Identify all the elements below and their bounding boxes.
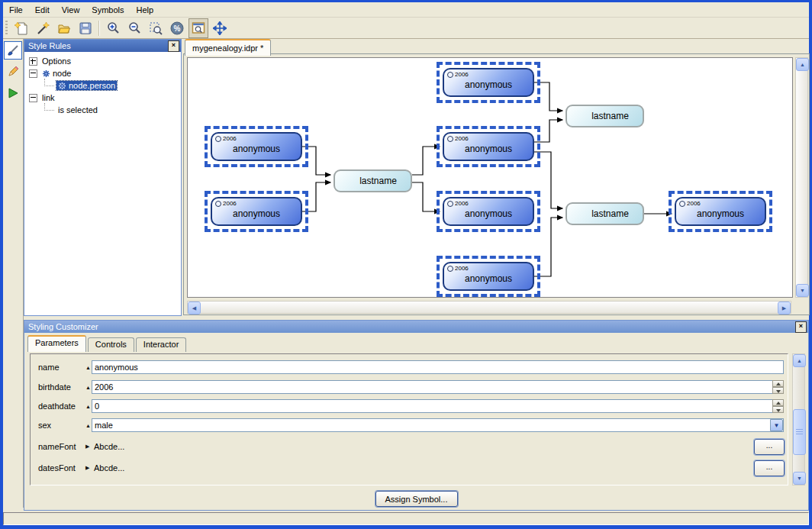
person-node[interactable]: 2006anonymous <box>211 132 302 161</box>
collapse-icon[interactable] <box>29 69 37 78</box>
zoom-in-icon[interactable] <box>103 18 123 38</box>
person-node-wrap: 2006anonymous <box>443 197 534 226</box>
name-field[interactable] <box>92 360 784 374</box>
chevron-down-icon[interactable]: ▼ <box>770 419 783 431</box>
person-status-icon <box>447 201 453 207</box>
namefont-marker-icon[interactable]: ▶ <box>85 444 89 450</box>
menu-view[interactable]: View <box>56 4 86 16</box>
spinner-up-icon[interactable] <box>772 380 784 387</box>
style-wand-icon[interactable] <box>33 18 53 38</box>
tab-controls[interactable]: Controls <box>88 337 134 352</box>
person-birthdate-badge: 2006 <box>687 200 701 207</box>
birthdate-marker-icon[interactable]: ▲ <box>85 385 91 390</box>
datesfont-marker-icon[interactable]: ▶ <box>85 465 89 471</box>
tab-parameters[interactable]: Parameters <box>27 335 86 352</box>
close-icon[interactable]: × <box>168 40 179 52</box>
person-node-wrap: 2006anonymous <box>211 132 302 161</box>
edit-pencil-icon[interactable] <box>4 63 22 81</box>
canvas-vertical-scrollbar[interactable]: ▲ ▼ <box>795 57 808 298</box>
tree-item-link[interactable]: link <box>24 92 181 104</box>
menu-help[interactable]: Help <box>130 4 160 16</box>
scroll-down-icon[interactable]: ▼ <box>793 472 806 485</box>
fit-view-icon[interactable] <box>188 18 208 38</box>
person-node[interactable]: 2006anonymous <box>443 262 534 291</box>
person-node-wrap: 2006anonymous <box>675 197 766 226</box>
person-birthdate-badge: 2006 <box>455 265 469 272</box>
datesfont-browse-button[interactable]: ... <box>754 460 785 476</box>
tree-item-node-person[interactable]: node.person <box>24 79 181 92</box>
assign-symbol-button[interactable]: Assign Symbol... <box>375 491 458 507</box>
zoom-percent-icon[interactable]: % <box>167 18 187 38</box>
tree-item-label: Options <box>42 56 71 66</box>
zoom-out-icon[interactable] <box>124 18 144 38</box>
pan-icon[interactable] <box>210 18 230 38</box>
deathdate-marker-icon[interactable]: ▲ <box>85 404 91 409</box>
deathdate-field[interactable] <box>92 399 784 413</box>
family-node[interactable]: lastname <box>334 169 412 192</box>
open-icon[interactable] <box>54 18 74 38</box>
person-node-wrap: 2006anonymous <box>211 197 302 226</box>
canvas-horizontal-scrollbar[interactable]: ◀ ▶ <box>187 301 791 314</box>
birthdate-field[interactable] <box>92 380 784 394</box>
new-document-icon[interactable] <box>11 18 31 38</box>
family-node-label: lastname <box>349 176 397 186</box>
expand-icon[interactable] <box>29 57 37 66</box>
person-node[interactable]: 2006anonymous <box>443 197 534 226</box>
diagram-canvas-panel: lastnamelastnamelastname2006anonymous200… <box>183 53 810 315</box>
style-rules-tree: Optionsnodenode.personlinkis selected <box>24 53 181 315</box>
scrollbar-thumb[interactable] <box>793 409 806 455</box>
styling-customizer-panel: Styling Customizer × Parameters Controls… <box>24 320 809 511</box>
menu-edit[interactable]: Edit <box>29 4 56 16</box>
sex-marker-icon[interactable]: ▲ <box>85 423 91 428</box>
toolbar-grip[interactable] <box>5 21 8 36</box>
person-node-wrap: 2006anonymous <box>443 132 534 161</box>
person-node[interactable]: 2006anonymous <box>443 68 534 97</box>
namefont-preview: Abcde... <box>94 442 124 451</box>
menu-file[interactable]: File <box>3 4 29 16</box>
save-icon[interactable] <box>76 18 95 38</box>
scroll-left-icon[interactable]: ◀ <box>188 302 201 314</box>
style-brush-icon[interactable] <box>4 41 22 60</box>
tree-item-node[interactable]: node <box>24 67 181 79</box>
diagram-canvas[interactable]: lastnamelastnamelastname2006anonymous200… <box>187 57 793 298</box>
collapse-icon[interactable] <box>29 94 37 102</box>
person-node[interactable]: 2006anonymous <box>211 197 302 226</box>
tree-item-is-selected[interactable]: is selected <box>24 104 181 116</box>
person-node-label: anonymous <box>465 139 512 154</box>
person-node-label: anonymous <box>233 204 280 219</box>
spinner-down-icon[interactable] <box>772 406 784 413</box>
tab-interactor[interactable]: Interactor <box>136 337 186 352</box>
person-birthdate-badge: 2006 <box>223 200 237 207</box>
birthdate-label: birthdate <box>38 382 71 392</box>
family-node-label: lastname <box>581 208 629 219</box>
style-rules-title: Style Rules <box>28 41 168 50</box>
toolbar-separator <box>98 21 100 36</box>
person-status-icon <box>215 136 221 142</box>
person-node-wrap: 2006anonymous <box>443 262 534 291</box>
scroll-up-icon[interactable]: ▲ <box>796 58 809 71</box>
menu-symbols[interactable]: Symbols <box>85 4 130 16</box>
customizer-vertical-scrollbar[interactable]: ▲ ▼ <box>792 353 805 485</box>
family-node[interactable]: lastname <box>566 202 644 225</box>
app-window: FileEditViewSymbolsHelp <box>0 0 812 529</box>
scroll-up-icon[interactable]: ▲ <box>793 354 806 367</box>
tab-mygenealogy[interactable]: mygenealogy.idpr * <box>185 39 271 56</box>
scroll-down-icon[interactable]: ▼ <box>796 284 809 297</box>
sex-label: sex <box>38 421 51 430</box>
person-node[interactable]: 2006anonymous <box>675 197 766 226</box>
name-marker-icon[interactable]: ▲ <box>85 365 91 370</box>
sex-combobox[interactable] <box>92 418 784 432</box>
zoom-area-icon[interactable] <box>146 18 166 38</box>
tree-item-options[interactable]: Options <box>24 55 181 67</box>
namefont-browse-button[interactable]: ... <box>754 439 785 455</box>
status-bar <box>3 512 809 525</box>
tree-elbow <box>44 103 54 111</box>
spinner-up-icon[interactable] <box>772 399 784 406</box>
scroll-right-icon[interactable]: ▶ <box>778 302 791 314</box>
close-icon[interactable]: × <box>795 321 807 333</box>
family-node[interactable]: lastname <box>566 105 644 127</box>
person-node[interactable]: 2006anonymous <box>443 132 534 161</box>
spinner-down-icon[interactable] <box>772 387 784 394</box>
styling-customizer-title: Styling Customizer <box>28 322 795 331</box>
run-icon[interactable] <box>4 84 22 102</box>
